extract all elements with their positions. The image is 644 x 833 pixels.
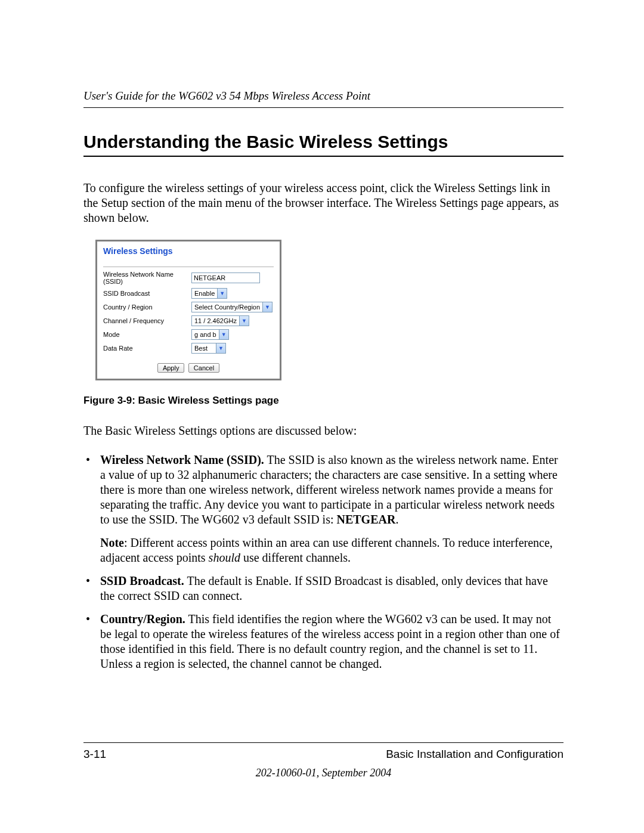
chevron-down-icon: ▼ [262, 302, 272, 312]
note-lead: Note [100, 536, 124, 549]
chevron-down-icon: ▼ [217, 289, 227, 298]
ssid-broadcast-label: SSID Broadcast [103, 290, 191, 297]
bullet-lead: Wireless Network Name (SSID). [100, 453, 264, 466]
data-rate-label: Data Rate [103, 345, 191, 352]
chevron-down-icon: ▼ [239, 316, 249, 326]
footer-rule [83, 742, 564, 743]
running-header: User's Guide for the WG602 v3 54 Mbps Wi… [83, 89, 564, 103]
page-footer: 3-11 Basic Installation and Configuratio… [83, 742, 564, 779]
note-emph: should [209, 551, 240, 564]
wireless-settings-panel: Wireless Settings Wireless Network Name … [95, 240, 281, 380]
section-heading: Understanding the Basic Wireless Setting… [83, 132, 564, 152]
note-text: use different channels. [240, 551, 351, 564]
mode-value: g and b [192, 331, 219, 338]
ssid-input[interactable] [191, 272, 260, 283]
discussion-intro: The Basic Wireless Settings options are … [83, 423, 564, 438]
chapter-title: Basic Installation and Configuration [386, 748, 564, 761]
intro-paragraph: To configure the wireless settings of yo… [83, 181, 564, 225]
panel-title: Wireless Settings [103, 246, 274, 256]
bullet-lead: Country/Region. [100, 612, 185, 625]
apply-button[interactable]: Apply [157, 363, 185, 373]
mode-select[interactable]: g and b ▼ [191, 329, 229, 340]
panel-divider [103, 267, 274, 267]
section-rule [83, 156, 564, 157]
header-rule [83, 107, 564, 108]
channel-label: Channel / Frequency [103, 317, 191, 324]
ssid-broadcast-value: Enable [192, 290, 217, 297]
chevron-down-icon: ▼ [216, 343, 225, 353]
data-rate-select[interactable]: Best ▼ [191, 343, 226, 354]
list-item: Wireless Network Name (SSID). The SSID i… [100, 453, 564, 565]
ssid-label: Wireless Network Name (SSID) [103, 271, 191, 285]
bullet-default: NETGEAR [336, 513, 395, 526]
note-paragraph: Note: Different access points within an … [100, 535, 564, 565]
list-item: Country/Region. This field identifies th… [100, 612, 564, 671]
country-value: Select Country/Region [192, 304, 262, 311]
data-rate-value: Best [192, 345, 216, 352]
country-label: Country / Region [103, 304, 191, 311]
channel-select[interactable]: 11 / 2.462GHz ▼ [191, 315, 249, 326]
doc-number: 202-10060-01, September 2004 [83, 767, 564, 779]
cancel-button[interactable]: Cancel [188, 363, 219, 373]
page-number: 3-11 [83, 748, 106, 761]
list-item: SSID Broadcast. The default is Enable. I… [100, 574, 564, 603]
figure-caption: Figure 3-9: Basic Wireless Settings page [83, 395, 564, 407]
channel-value: 11 / 2.462GHz [192, 317, 239, 324]
mode-label: Mode [103, 331, 191, 338]
chevron-down-icon: ▼ [219, 330, 228, 339]
bullet-list: Wireless Network Name (SSID). The SSID i… [83, 453, 564, 671]
ssid-broadcast-select[interactable]: Enable ▼ [191, 288, 227, 299]
country-select[interactable]: Select Country/Region ▼ [191, 302, 273, 312]
bullet-text: . [395, 513, 398, 526]
bullet-lead: SSID Broadcast. [100, 574, 184, 587]
